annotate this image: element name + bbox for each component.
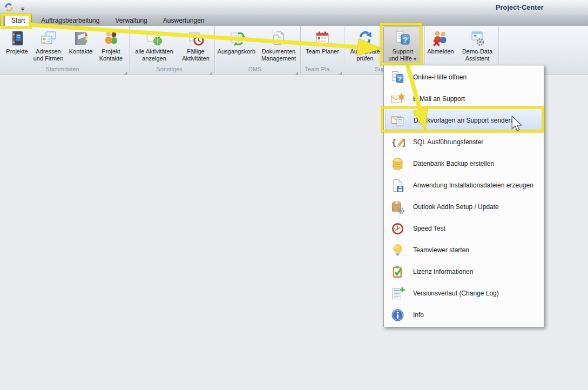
ribbon-button-projekt-kontakte[interactable]: ProjektKontakte [96, 26, 127, 65]
address-cards-icon [40, 30, 57, 47]
menu-item-info[interactable]: Info [385, 304, 543, 326]
group-buttons: AbmeldenDemo-DataAssistent [425, 26, 498, 65]
group-caption: DMS [215, 66, 295, 72]
clipboard-check-icon [390, 265, 405, 279]
ribbon-group-team-pla: Team PlanerTeam Pla... [301, 26, 344, 74]
database-icon [390, 157, 405, 171]
mail-star-icon [390, 92, 405, 106]
ribbon-button-projekte[interactable]: Projekte [4, 26, 31, 65]
calendar-icon [314, 30, 331, 47]
calendar-clock-icon [187, 30, 205, 47]
menu-item-label: Anwendung Installationsdateien erzeugen [413, 181, 533, 189]
highlight-box-menu-item [381, 106, 544, 132]
menu-item-versionsverlauf-change-log[interactable]: Versionsverlauf (Change Log) [385, 283, 543, 304]
menu-item-label: Speed Test [413, 225, 445, 232]
outbox-icon [228, 30, 245, 47]
tab-auswertungen[interactable]: Auswertungen [157, 15, 211, 26]
ribbon-button-label: Abmelden [427, 48, 454, 55]
group-caption: Team Pla... [301, 66, 339, 72]
menu-item-label: Lizenz Informationen [413, 268, 473, 275]
svg-text:?: ? [397, 75, 401, 83]
menu-item-online-hilfe-ffnen[interactable]: ?Online-Hilfe öffnen [385, 66, 543, 88]
group-buttons: ProjekteAdressenund FirmenKontakteProjek… [1, 26, 129, 65]
window-gear-icon [469, 30, 486, 47]
quick-access-dropdown-icon[interactable] [19, 5, 26, 11]
ribbon-button-f-llige-aktivit-ten[interactable]: FälligeAktivitäten [178, 26, 214, 65]
group-caption: Sonstiges [130, 66, 209, 72]
app-logo-icon [4, 3, 13, 12]
ribbon-button-alle-aktivit-ten-anzeigen[interactable]: alle Aktivitätenanzeigen [131, 26, 178, 65]
group-buttons: alle AktivitätenanzeigenFälligeAktivität… [130, 26, 214, 65]
ribbon-group-stammdaten: ProjekteAdressenund FirmenKontakteProjek… [1, 26, 130, 74]
menu-item-outlook-addin-setup-update[interactable]: Outlook AddIn Setup / Update [385, 196, 543, 218]
address-book-icon [72, 30, 90, 47]
ribbon-group-dms: AusgangskorbDokumentenManagementDMS [215, 26, 301, 74]
mail-globe-icon [146, 30, 163, 47]
menu-item-lizenz-informationen[interactable]: Lizenz Informationen [385, 261, 543, 283]
ribbon-button-label: Adressenund Firmen [33, 48, 64, 62]
highlight-box-support-button [380, 23, 422, 65]
dialog-launcher-icon[interactable] [208, 68, 213, 72]
ribbon-button-label: Projekte [6, 48, 28, 55]
dialog-launcher-icon[interactable] [123, 68, 127, 72]
ribbon-button-label: Demo-DataAssistent [462, 48, 492, 62]
tab-verwaltung[interactable]: Verwaltung [109, 15, 153, 26]
info-icon [390, 308, 405, 322]
menu-item-sql-ausf-hrungsfenster[interactable]: { }SQL Ausführungsfenster [385, 131, 543, 153]
help-doc-icon: ? [390, 70, 405, 85]
ribbon-button-dokumenten-management[interactable]: DokumentenManagement [258, 26, 300, 65]
dialog-launcher-icon[interactable] [338, 68, 342, 72]
ribbon-button-label: ProjektKontakte [99, 48, 123, 62]
bulb-icon [390, 243, 405, 258]
stopwatch-icon [390, 221, 405, 236]
ribbon-group-sonstiges: alle AktivitätenanzeigenFälligeAktivität… [130, 26, 215, 74]
people-icon [103, 30, 120, 47]
ribbon-button-label: alle Aktivitätenanzeigen [135, 48, 173, 62]
group-buttons: Team Planer [301, 26, 344, 65]
group-buttons: AusgangskorbDokumentenManagement [215, 26, 300, 65]
ribbon-button-label: FälligeAktivitäten [182, 48, 209, 62]
ribbon-button-label: Kontakte [69, 48, 92, 55]
ribbon-button-demo-data-assistent[interactable]: Demo-DataAssistent [456, 26, 498, 65]
file-save-icon [390, 178, 405, 193]
update-icon [356, 30, 374, 47]
ribbon-button-team-planer[interactable]: Team Planer [302, 26, 343, 65]
menu-item-label: Versionsverlauf (Change Log) [413, 290, 499, 297]
ribbon-button-label: DokumentenManagement [261, 48, 296, 62]
menu-item-label: Teamviewer starten [413, 246, 469, 254]
dialog-launcher-icon[interactable] [294, 68, 299, 72]
documents-icon [270, 30, 287, 47]
quick-access-dropdown-icon [19, 6, 26, 12]
binder-icon [9, 30, 26, 47]
ribbon-button-label: Team Planer [306, 48, 339, 55]
title-bar: Project-Center [0, 0, 588, 15]
app-logo-icon [4, 3, 13, 12]
menu-item-label: Online-Hilfe öffnen [413, 73, 467, 81]
ribbon-button-label: Ausgangskorb [218, 48, 255, 55]
menu-item-teamviewer-starten[interactable]: Teamviewer starten [385, 239, 543, 261]
package-gear-icon [390, 200, 405, 214]
doc-plus-icon [390, 286, 405, 301]
highlight-box-start-tab [1, 14, 31, 29]
menu-item-label: Datenbank Backup erstellen [413, 160, 494, 167]
ribbon-button-abmelden[interactable]: Abmelden [425, 26, 456, 65]
menu-item-label: Info [413, 311, 424, 319]
ribbon-button-adressen-und-firmen[interactable]: Adressenund Firmen [31, 26, 66, 65]
menu-item-label: SQL Ausführungsfenster [413, 138, 483, 146]
ribbon-button-auf-update-pr-fen[interactable]: Auf Updateprüfen [347, 26, 383, 65]
menu-item-label: E-Mail an Support [413, 95, 465, 103]
menu-item-anwendung-installationsdateien-erzeugen[interactable]: Anwendung Installationsdateien erzeugen [385, 174, 543, 196]
ribbon-button-kontakte[interactable]: Kontakte [66, 26, 96, 65]
menu-item-label: Outlook AddIn Setup / Update [413, 203, 499, 211]
menu-item-datenbank-backup-erstellen[interactable]: Datenbank Backup erstellen [385, 153, 543, 174]
group-caption: Stammdaten [1, 66, 124, 72]
sql-pencil-icon: { } [390, 135, 405, 150]
menu-item-speed-test[interactable]: Speed Test [385, 218, 543, 239]
ribbon-tab-row: StartAuftragsbearbeitungVerwaltungAuswer… [0, 15, 588, 26]
project-center-window: { "window": { "title": "Project-Center" … [0, 0, 588, 390]
logout-icon [432, 30, 449, 47]
ribbon-button-ausgangskorb[interactable]: Ausgangskorb [215, 26, 258, 65]
ribbon-button-label: Auf Updateprüfen [350, 48, 380, 62]
tab-auftragsbearbeitung[interactable]: Auftragsbearbeitung [35, 15, 106, 26]
support-dropdown-menu: ?Online-Hilfe öffnenE-Mail an SupportDru… [383, 65, 544, 327]
